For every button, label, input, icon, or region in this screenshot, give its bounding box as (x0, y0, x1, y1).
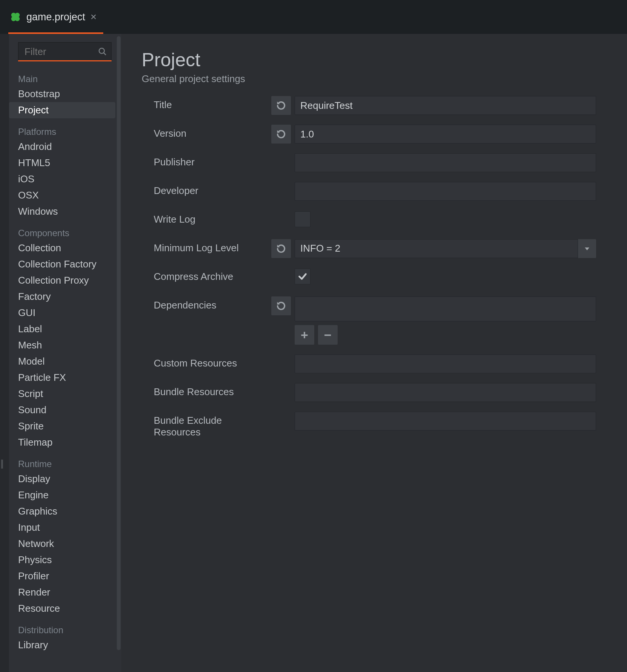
sidebar-item-mesh[interactable]: Mesh (9, 337, 115, 353)
form-row-bundle_exclude: Bundle Exclude Resources (142, 412, 604, 438)
sidebar-item-resource[interactable]: Resource (9, 600, 115, 617)
label-dependencies: Dependencies (142, 296, 270, 311)
sidebar-item-project[interactable]: Project (9, 102, 115, 118)
sidebar-item-ios[interactable]: iOS (9, 171, 115, 187)
select-value-min_log_level: INFO = 2 (295, 239, 578, 258)
sidebar-item-render[interactable]: Render (9, 584, 115, 600)
label-version: Version (142, 125, 270, 139)
form-row-dependencies: Dependencies+− (142, 296, 604, 345)
chevron-down-icon[interactable] (578, 239, 596, 258)
checkbox-compress_archive[interactable] (295, 269, 310, 284)
input-title[interactable] (295, 96, 596, 115)
sidebar-item-gui[interactable]: GUI (9, 305, 115, 321)
sidebar-item-html5[interactable]: HTML5 (9, 155, 115, 171)
select-min_log_level[interactable]: INFO = 2 (295, 239, 596, 258)
add-dependency-button[interactable]: + (295, 325, 314, 345)
sidebar-gutter (0, 34, 9, 672)
resize-grip-icon[interactable] (1, 460, 3, 469)
sidebar-item-model[interactable]: Model (9, 353, 115, 370)
page-title: Project (142, 49, 604, 71)
sidebar-item-factory[interactable]: Factory (9, 289, 115, 305)
input-version[interactable] (295, 125, 596, 144)
form-row-min_log_level: Minimum Log LevelINFO = 2 (142, 239, 604, 258)
sidebar-item-physics[interactable]: Physics (9, 552, 115, 568)
clover-icon (10, 11, 21, 23)
label-publisher: Publisher (142, 153, 270, 168)
label-developer: Developer (142, 182, 270, 197)
label-title: Title (142, 96, 270, 111)
dependencies-control: +− (295, 296, 596, 345)
sidebar-group-header: Main (9, 66, 118, 86)
label-bundle_exclude: Bundle Exclude Resources (142, 412, 270, 438)
label-compress_archive: Compress Archive (142, 268, 270, 283)
close-icon[interactable]: × (90, 12, 96, 22)
input-bundle_resources[interactable] (295, 383, 596, 402)
label-custom_resources: Custom Resources (142, 354, 270, 369)
page-subtitle: General project settings (142, 73, 604, 85)
sidebar-item-graphics[interactable]: Graphics (9, 503, 115, 519)
main-panel: Project General project settings TitleVe… (121, 34, 627, 672)
sidebar-scrollbar[interactable] (117, 36, 121, 650)
minus-icon: − (324, 328, 332, 341)
tab-bar: game.project × (0, 0, 627, 34)
sidebar-item-script[interactable]: Script (9, 386, 115, 402)
form-row-publisher: Publisher (142, 153, 604, 172)
sidebar-item-collection-proxy[interactable]: Collection Proxy (9, 272, 115, 289)
input-bundle_exclude[interactable] (295, 412, 596, 431)
label-write_log: Write Log (142, 211, 270, 225)
svg-line-6 (104, 53, 106, 55)
dependencies-list[interactable] (295, 296, 596, 321)
sidebar-item-particle-fx[interactable]: Particle FX (9, 370, 115, 386)
tab-title: game.project (26, 11, 85, 23)
input-developer[interactable] (295, 182, 596, 201)
label-min_log_level: Minimum Log Level (142, 239, 270, 254)
filter-wrap (18, 42, 112, 61)
label-bundle_resources: Bundle Resources (142, 383, 270, 398)
sidebar-group-header: Components (9, 220, 118, 240)
filter-active-indicator (18, 60, 112, 61)
sidebar-item-collection-factory[interactable]: Collection Factory (9, 256, 115, 272)
sidebar-item-sound[interactable]: Sound (9, 402, 115, 418)
form-row-write_log: Write Log (142, 211, 604, 229)
sidebar-item-input[interactable]: Input (9, 519, 115, 536)
svg-rect-4 (14, 15, 17, 18)
input-publisher[interactable] (295, 153, 596, 172)
sidebar-item-sprite[interactable]: Sprite (9, 418, 115, 434)
sidebar-group-header: Runtime (9, 451, 118, 471)
sidebar: MainBootstrapProjectPlatformsAndroidHTML… (9, 34, 121, 672)
remove-dependency-button[interactable]: − (318, 325, 338, 345)
filter-input[interactable] (18, 42, 112, 61)
sidebar-item-label[interactable]: Label (9, 321, 115, 337)
reset-button-version[interactable] (271, 125, 291, 144)
plus-icon: + (301, 328, 308, 341)
sidebar-group-header: Distribution (9, 617, 118, 637)
form-row-version: Version (142, 125, 604, 144)
sidebar-item-profiler[interactable]: Profiler (9, 568, 115, 584)
sidebar-item-osx[interactable]: OSX (9, 187, 115, 203)
sidebar-item-engine[interactable]: Engine (9, 487, 115, 503)
sidebar-item-android[interactable]: Android (9, 139, 115, 155)
input-custom_resources[interactable] (295, 354, 596, 373)
sidebar-item-library[interactable]: Library (9, 637, 115, 653)
reset-button-title[interactable] (271, 96, 291, 115)
reset-button-min_log_level[interactable] (271, 239, 291, 258)
reset-button-dependencies[interactable] (271, 296, 291, 315)
sidebar-item-tilemap[interactable]: Tilemap (9, 434, 115, 451)
sidebar-item-bootstrap[interactable]: Bootstrap (9, 86, 115, 102)
svg-point-5 (99, 48, 104, 53)
sidebar-item-collection[interactable]: Collection (9, 240, 115, 256)
sidebar-item-network[interactable]: Network (9, 536, 115, 552)
form-row-custom_resources: Custom Resources (142, 354, 604, 373)
form-row-developer: Developer (142, 182, 604, 201)
search-icon (98, 47, 107, 56)
sidebar-item-display[interactable]: Display (9, 471, 115, 487)
tab-game-project[interactable]: game.project × (0, 0, 103, 34)
checkbox-write_log[interactable] (295, 211, 310, 227)
sidebar-group-header: Platforms (9, 118, 118, 139)
svg-marker-7 (585, 247, 589, 250)
form-row-title: Title (142, 96, 604, 115)
sidebar-item-windows[interactable]: Windows (9, 203, 115, 220)
form-row-compress_archive: Compress Archive (142, 268, 604, 287)
form-row-bundle_resources: Bundle Resources (142, 383, 604, 402)
